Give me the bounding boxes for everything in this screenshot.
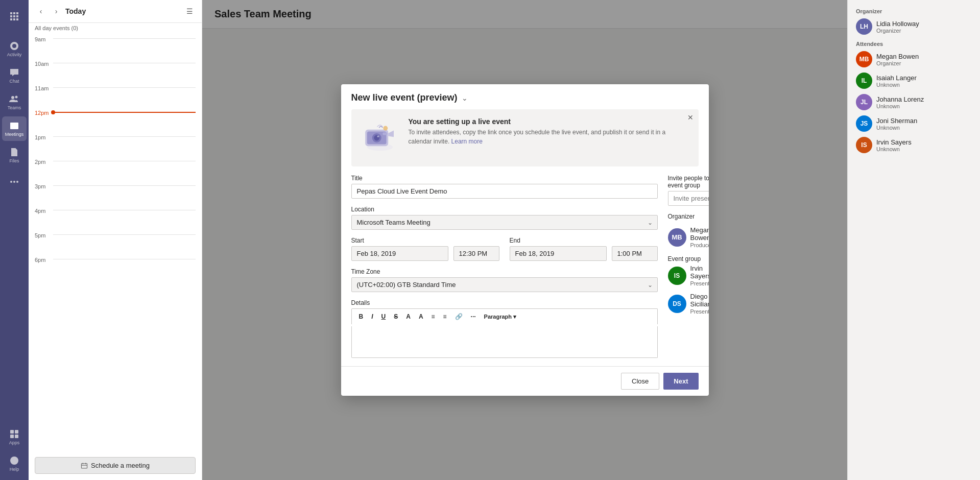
organizer-role: Producer ⌄ [690, 242, 709, 248]
irvin-info: Irvin Sayers Presenter ⌄ [690, 265, 709, 286]
close-button[interactable]: Close [621, 373, 659, 390]
nav-forward-button[interactable]: › [50, 5, 62, 17]
attendee-info-johanna: Johanna Lorenz Unknown [876, 95, 924, 109]
attendee-name-joni: Joni Sherman [876, 117, 917, 125]
info-banner-heading: You are setting up a live event [409, 117, 690, 126]
organizer-avatar: MB [668, 228, 686, 247]
svg-rect-27 [383, 132, 387, 135]
start-time-input[interactable] [453, 246, 499, 261]
sidebar-item-apps-label: Apps [9, 440, 20, 445]
svg-rect-2 [16, 12, 18, 14]
paragraph-button[interactable]: Paragraph ▾ [481, 312, 519, 321]
menu-button[interactable]: ☰ [183, 5, 196, 17]
info-banner-desc-text: To invite attendees, copy the link once … [409, 129, 666, 145]
end-time-input[interactable] [612, 246, 658, 261]
attendee-item-isaiah: IL Isaiah Langer Unknown [856, 73, 972, 89]
svg-point-12 [10, 181, 12, 183]
time-slot-12pm: 12pm [29, 109, 202, 133]
details-textarea[interactable] [351, 326, 658, 358]
timezone-select-wrapper: (UTC+02:00) GTB Standard Time ⌄ [351, 277, 658, 292]
live-event-icon [360, 117, 400, 158]
left-panel: ‹ › Today ☰ All day events (0) 9am 10am … [29, 0, 202, 480]
info-banner-description: To invite attendees, copy the link once … [409, 128, 690, 146]
attendee-role-isaiah: Unknown [876, 82, 917, 88]
modal-title: New live event (preview) [351, 92, 458, 103]
attendee-item-johanna: JL Johanna Lorenz Unknown [856, 94, 972, 110]
organizer-panel-label: Organizer [856, 8, 972, 14]
underline-button[interactable]: U [378, 312, 389, 321]
link-button[interactable]: 🔗 [452, 312, 466, 321]
irvin-role-text: Presenter [690, 280, 709, 286]
modal-form-right: Invite people to your event group Organi… [668, 175, 709, 358]
timezone-select[interactable]: (UTC+02:00) GTB Standard Time [351, 277, 658, 292]
sidebar-item-meetings[interactable]: Meetings [2, 116, 27, 141]
end-label: End [510, 237, 658, 244]
time-label-1pm: 1pm [35, 133, 53, 140]
time-divider [53, 234, 196, 235]
font-color-button[interactable]: A [403, 312, 414, 321]
svg-rect-11 [10, 123, 18, 129]
sidebar-item-teams[interactable]: Teams [2, 90, 27, 114]
sidebar-item-waffle[interactable] [2, 4, 27, 29]
time-label-10am: 10am [35, 60, 53, 67]
start-datetime-row [351, 246, 499, 261]
modal-title-caret[interactable]: ⌄ [462, 94, 468, 102]
title-input[interactable] [351, 184, 658, 199]
right-panel: Organizer LH Lidia Holloway Organizer At… [847, 0, 980, 480]
sidebar: Activity Chat Teams Meetings Files Apps … [0, 0, 29, 480]
time-divider [53, 136, 196, 137]
time-slot-2pm: 2pm [29, 158, 202, 182]
italic-button[interactable]: I [368, 312, 376, 321]
time-slots-list: 9am 10am 11am 12pm 1pm 2pm [29, 33, 202, 451]
next-button[interactable]: Next [663, 373, 698, 390]
attendee-info-irvin: Irvin Sayers Unknown [876, 138, 912, 152]
attendee-name-irvin: Irvin Sayers [876, 138, 912, 146]
organizer-section: Organizer MB Megan Bowen Producer ⌄ [668, 213, 709, 248]
time-divider [53, 210, 196, 210]
time-slot-10am: 10am [29, 60, 202, 84]
info-banner-close-button[interactable]: ✕ [687, 113, 694, 122]
irvin-role[interactable]: Presenter ⌄ [690, 280, 709, 286]
font-highlight-button[interactable]: A [416, 312, 426, 321]
schedule-meeting-button[interactable]: Schedule a meeting [35, 457, 196, 474]
learn-more-link[interactable]: Learn more [451, 138, 483, 145]
strikethrough-button[interactable]: S [391, 312, 401, 321]
svg-rect-15 [10, 430, 14, 434]
diego-role[interactable]: Presenter ⌄ [690, 308, 709, 315]
sidebar-item-files[interactable]: Files [2, 143, 27, 167]
nav-back-button[interactable]: ‹ [35, 5, 47, 17]
sidebar-item-give-app[interactable] [2, 398, 27, 423]
invite-label: Invite people to your event group [668, 175, 709, 189]
details-toolbar: B I U S A A ≡ ≡ 🔗 ··· Paragraph ▾ [351, 308, 658, 324]
bullet-list-button[interactable]: ≡ [428, 312, 438, 321]
time-label-9am: 9am [35, 35, 53, 42]
details-field-group: Details B I U S A A ≡ ≡ 🔗 ··· Pa [351, 299, 658, 358]
main-content: Sales Team Meeting New live event (previ… [202, 0, 847, 480]
sidebar-item-activity[interactable]: Activity [2, 37, 27, 61]
attendee-name-isaiah: Isaiah Langer [876, 74, 917, 82]
current-time-divider [53, 112, 196, 114]
sidebar-item-help[interactable]: Help [2, 451, 27, 476]
numbered-list-button[interactable]: ≡ [440, 312, 450, 321]
svg-rect-1 [13, 12, 15, 14]
sidebar-item-chat[interactable]: Chat [2, 63, 27, 88]
diego-role-text: Presenter [690, 308, 709, 315]
sidebar-item-teams-label: Teams [8, 105, 21, 110]
sidebar-item-meetings-label: Meetings [5, 132, 24, 137]
sidebar-item-apps[interactable]: Apps [2, 425, 27, 449]
end-date-input[interactable] [510, 246, 607, 261]
svg-point-13 [13, 181, 15, 183]
start-date-input[interactable] [351, 246, 448, 261]
location-select[interactable]: Microsoft Teams Meeting [351, 215, 658, 230]
time-slot-3pm: 3pm [29, 182, 202, 207]
attendee-info-isaiah: Isaiah Langer Unknown [876, 74, 917, 88]
svg-rect-20 [81, 463, 87, 468]
current-time-dot [51, 110, 55, 114]
more-options-button[interactable]: ··· [468, 312, 479, 321]
organizer-panel-role: Organizer [876, 28, 919, 34]
sidebar-item-more[interactable] [2, 170, 27, 194]
attendee-role-irvin: Unknown [876, 146, 912, 152]
invite-presenters-input[interactable] [668, 191, 709, 206]
svg-point-29 [383, 126, 388, 131]
bold-button[interactable]: B [356, 312, 367, 321]
